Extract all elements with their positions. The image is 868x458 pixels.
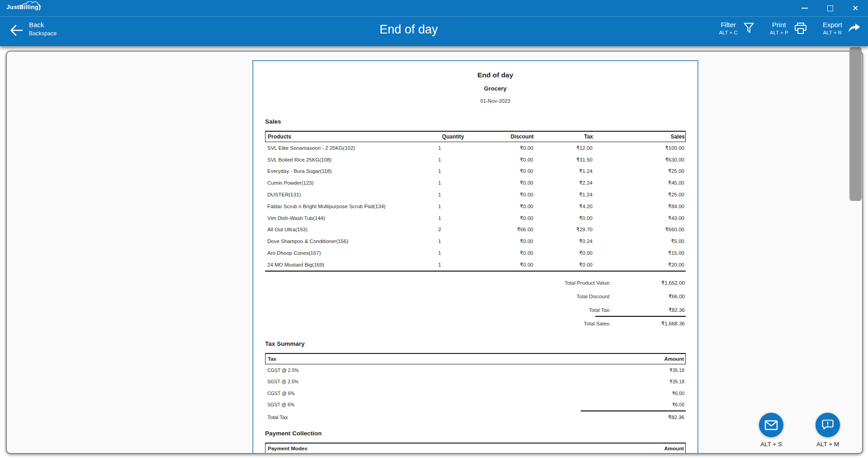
tax-total-label: Total Tax: [265, 415, 595, 420]
cell-product: SVL Boiled Rice 25KG(108): [265, 157, 414, 162]
cell-product: Fablar Scrub n Bright Multipurpose Scrub…: [265, 204, 414, 209]
col-quantity: Quantity: [415, 134, 465, 140]
cell-tax-name: SGST @ 2.5%: [265, 379, 595, 384]
cell-quantity: 1: [414, 145, 465, 151]
cell-discount: ₹0.00: [465, 168, 535, 174]
sales-table-header: Products Quantity Discount Tax Sales: [265, 131, 686, 142]
print-shortcut: ALT + P: [770, 30, 788, 35]
sales-totals: Total Product Value: ₹1,652.00 Total Dis…: [265, 276, 686, 330]
cell-tax: ₹0.00: [535, 215, 594, 221]
message-button[interactable]: [816, 413, 840, 437]
cell-product: Cumin Powder(123): [265, 180, 414, 186]
cell-discount: ₹0.00: [465, 203, 535, 210]
sales-heading: Sales: [265, 118, 686, 125]
cell-tax: ₹0.00: [535, 262, 594, 268]
print-button[interactable]: Print ALT + P: [770, 21, 807, 35]
payment-collection-heading: Payment Collection: [265, 430, 686, 437]
cell-tax: ₹0.00: [535, 250, 594, 256]
cell-quantity: 1: [414, 250, 465, 256]
cell-tax: ₹1.24: [535, 191, 594, 198]
print-label: Print: [772, 21, 786, 29]
table-row: SVL Boiled Rice 25KG(108) 1 ₹0.00 ₹31.50…: [265, 154, 686, 166]
sales-table-bottom-rule: [265, 271, 686, 272]
total-label: Total Sales:: [265, 321, 611, 326]
filter-button[interactable]: Filter ALT + C: [719, 21, 754, 35]
table-row: CGST @ 2.5% ₹35.18: [265, 364, 686, 376]
total-value: ₹66.00: [611, 293, 686, 300]
total-label: Total Product Value:: [265, 280, 611, 286]
tax-total-row: Total Tax ₹82.36: [265, 411, 686, 424]
cell-quantity: 1: [414, 180, 465, 186]
col-tax-name: Tax: [266, 356, 595, 362]
cell-sales: ₹5.00: [594, 238, 686, 244]
window-controls: ✕: [792, 0, 868, 16]
cell-discount: ₹0.00: [465, 215, 535, 221]
cell-sales: ₹43.00: [594, 215, 686, 221]
report-header: End of day Grocery 01-Nov-2023: [285, 71, 706, 104]
table-row: Fablar Scrub n Bright Multipurpose Scrub…: [265, 200, 686, 212]
cloud-icon: [21, 1, 53, 9]
table-row: Everyday - Bura Sugar(118) 1 ₹0.00 ₹1.24…: [265, 166, 686, 177]
cell-quantity: 1: [414, 157, 465, 162]
tax-summary-heading: Tax Summary: [265, 340, 686, 347]
cell-sales: ₹25.00: [594, 191, 686, 198]
cell-sales: ₹630.00: [594, 157, 686, 163]
cell-tax: ₹29.70: [535, 226, 594, 233]
minimize-button[interactable]: [792, 0, 817, 16]
tax-total-value: ₹82.36: [595, 414, 686, 420]
cell-amount: ₹6.00: [595, 402, 686, 407]
tax-table-header: Tax Amount: [265, 353, 686, 364]
table-row: CGST @ 6% ₹6.00: [265, 387, 686, 399]
email-shortcut-label: ALT + S: [749, 441, 794, 448]
cell-tax: ₹4.20: [535, 203, 594, 210]
export-button[interactable]: Export ALT + R: [823, 21, 861, 35]
vertical-scrollbar-thumb[interactable]: [849, 47, 862, 201]
cell-discount: ₹66.00: [465, 226, 535, 233]
email-button[interactable]: [759, 413, 783, 437]
cell-amount: ₹6.00: [595, 391, 686, 396]
total-row: Total Tax: ₹82.36: [265, 303, 686, 317]
close-button[interactable]: ✕: [843, 0, 868, 16]
cell-sales: ₹25.00: [594, 168, 686, 174]
cell-amount: ₹35.18: [595, 379, 686, 384]
cell-tax: ₹31.50: [535, 157, 594, 163]
cell-discount: ₹0.00: [465, 262, 535, 268]
cell-quantity: 1: [414, 239, 465, 244]
table-row: All Out Ultra(153) 2 ₹66.00 ₹29.70 ₹660.…: [265, 224, 686, 236]
title-bar: JustBilling) ✕: [0, 0, 868, 16]
cell-sales: ₹20.00: [594, 262, 686, 268]
cell-product: 24 MO Mustard Big(169): [265, 262, 414, 267]
export-label: Export: [823, 21, 842, 29]
total-row: Total Discount: ₹66.00: [265, 290, 686, 303]
cell-product: All Out Ultra(153): [265, 227, 414, 232]
maximize-button[interactable]: [817, 0, 843, 16]
page-title: End of day: [0, 23, 843, 37]
cell-tax-name: CGST @ 6%: [265, 391, 595, 396]
content-panel: End of day Grocery 01-Nov-2023 Sales Pro…: [6, 51, 863, 454]
cell-product: Everyday - Bura Sugar(118): [265, 168, 414, 174]
cell-discount: ₹0.00: [465, 191, 535, 198]
col-amount: Amount: [595, 356, 685, 362]
cell-product: SVL Elite Sonamasoori - 2 25KG(102): [265, 145, 414, 151]
filter-shortcut: ALT + C: [719, 30, 737, 35]
total-row: Total Sales: ₹1,668.36: [265, 317, 686, 330]
cell-product: DUSTER(131): [265, 192, 414, 197]
cell-sales: ₹45.00: [594, 180, 686, 186]
col-discount: Discount: [465, 134, 535, 140]
sales-table-body: SVL Elite Sonamasoori - 2 25KG(102) 1 ₹0…: [265, 142, 686, 272]
col-products: Products: [266, 134, 415, 140]
total-value: ₹82.36: [611, 307, 686, 313]
export-icon: [848, 23, 861, 34]
col-tax: Tax: [535, 134, 594, 140]
total-label: Total Tax:: [265, 307, 611, 313]
cell-product: Dove Shampoo & Conditioner(156): [265, 239, 414, 244]
cell-tax-name: SGST @ 6%: [265, 402, 595, 407]
cell-tax: ₹12.00: [535, 145, 594, 151]
email-icon: [764, 420, 778, 430]
col-payment-amount: Amount: [595, 446, 685, 451]
command-bar: Back Backspace End of day Filter ALT + C…: [0, 16, 868, 46]
minimize-icon: [802, 8, 808, 9]
cell-sales: ₹15.00: [594, 250, 686, 256]
report-store: Grocery: [285, 85, 706, 92]
table-row: SVL Elite Sonamasoori - 2 25KG(102) 1 ₹0…: [265, 142, 686, 154]
